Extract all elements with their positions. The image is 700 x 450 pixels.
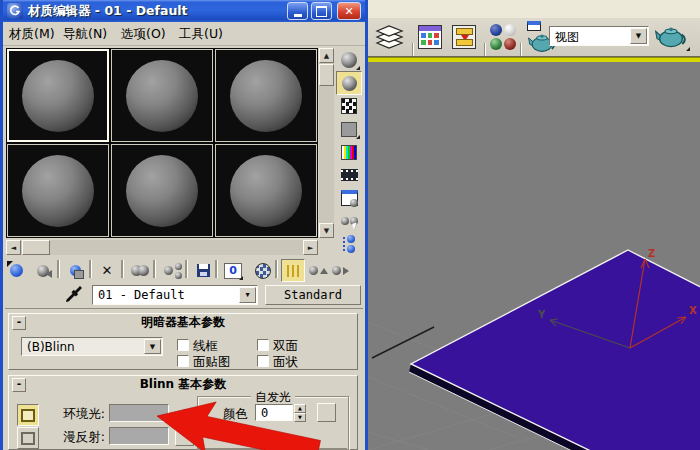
- menu-navigation[interactable]: 导航(N): [63, 26, 107, 43]
- put-material-to-scene-button[interactable]: [31, 259, 55, 282]
- scroll-left-button[interactable]: ◄: [6, 240, 21, 255]
- two-sided-label: 双面: [273, 338, 298, 355]
- scroll-down-button[interactable]: ▼: [319, 223, 334, 238]
- diffuse-color-swatch[interactable]: [109, 427, 169, 445]
- self-illum-value-field[interactable]: 0: [255, 404, 293, 421]
- maximize-icon: [316, 6, 327, 17]
- lock-diffuse-specular-button[interactable]: [17, 427, 39, 449]
- material-sphere: [230, 60, 302, 132]
- collapse-button[interactable]: -: [12, 378, 26, 392]
- toolbar-separator: [185, 260, 188, 278]
- material-sphere: [126, 155, 198, 227]
- sample-slot-5[interactable]: [111, 144, 213, 237]
- make-unique-button[interactable]: [161, 259, 185, 282]
- self-illum-map-button[interactable]: [317, 403, 336, 422]
- material-id-channel-button[interactable]: 0: [221, 259, 245, 282]
- sample-slot-2[interactable]: [111, 49, 213, 142]
- video-color-check-button[interactable]: [336, 140, 362, 164]
- material-map-navigator-button[interactable]: [336, 232, 362, 256]
- self-illum-value: 0: [261, 406, 268, 420]
- chevron-down-icon[interactable]: ▼: [144, 339, 161, 354]
- show-map-in-viewport-button[interactable]: [251, 259, 275, 282]
- menu-utilities[interactable]: 工具(U): [179, 26, 223, 43]
- title-bar[interactable]: 材质编辑器 - 01 - Default ✕: [3, 0, 365, 22]
- lock-icon: [21, 432, 35, 445]
- main-toolbar: 视图 ▼: [368, 18, 700, 56]
- make-material-copy-button[interactable]: [128, 259, 152, 282]
- two-sided-checkbox[interactable]: [257, 339, 269, 351]
- self-illum-spinner[interactable]: ▲ ▼: [294, 404, 306, 421]
- maximize-button[interactable]: [311, 2, 332, 20]
- reset-map-button[interactable]: ✕: [95, 259, 119, 282]
- sample-uv-tiling-button[interactable]: [336, 117, 362, 141]
- render-view-dropdown[interactable]: 视图 ▼: [549, 26, 649, 46]
- chevron-down-icon[interactable]: ▼: [239, 287, 256, 303]
- assign-material-to-selection-button[interactable]: [63, 259, 87, 282]
- sample-type-button[interactable]: [336, 48, 362, 72]
- blinn-rollout-header[interactable]: Blinn 基本参数: [9, 376, 357, 392]
- render-view-dropdown-value: 视图: [555, 29, 579, 46]
- schematic-view-icon[interactable]: [452, 25, 476, 49]
- material-name-dropdown[interactable]: 01 - Default ▼: [92, 285, 258, 305]
- go-forward-to-sibling-button[interactable]: [328, 259, 352, 282]
- backlight-button[interactable]: [336, 71, 362, 95]
- background-button[interactable]: [336, 94, 362, 118]
- menu-material[interactable]: 材质(M): [9, 26, 55, 43]
- spinner-up-icon[interactable]: ▲: [294, 404, 306, 413]
- shader-type-dropdown[interactable]: (B)Blinn ▼: [21, 337, 163, 356]
- material-editor-icon[interactable]: [490, 24, 516, 50]
- sample-hscrollbar[interactable]: ◄ ►: [6, 240, 318, 255]
- make-preview-button[interactable]: [336, 163, 362, 187]
- minimize-button[interactable]: [287, 2, 308, 20]
- material-editor-window: 材质编辑器 - 01 - Default ✕ 材质(M) 导航(N) 选项(O)…: [0, 0, 368, 450]
- show-end-result-button[interactable]: [281, 259, 305, 282]
- perspective-viewport[interactable]: Y X Z: [368, 62, 700, 450]
- flyout-indicator: [686, 47, 690, 51]
- sample-slot-grid: [6, 48, 318, 238]
- options-button[interactable]: [336, 186, 362, 210]
- lock-ambient-diffuse-button[interactable]: [17, 404, 39, 426]
- shader-rollout-header[interactable]: 明暗器基本参数: [9, 314, 357, 330]
- collapse-button[interactable]: -: [12, 316, 26, 330]
- faceted-label: 面状: [273, 354, 298, 371]
- get-material-button[interactable]: [4, 259, 28, 282]
- sample-vscrollbar[interactable]: ▲ ▼: [319, 48, 334, 238]
- vscroll-thumb[interactable]: [319, 64, 334, 86]
- scroll-up-button[interactable]: ▲: [319, 48, 334, 63]
- minimize-icon: [294, 14, 302, 17]
- shader-type-value: (B)Blinn: [27, 340, 75, 354]
- select-by-material-button[interactable]: [336, 209, 362, 233]
- flyout-indicator: [356, 66, 360, 70]
- pick-material-eyedropper[interactable]: [65, 285, 83, 305]
- ambient-color-swatch[interactable]: [109, 404, 169, 422]
- main-window-strip: [368, 0, 700, 18]
- chevron-down-icon[interactable]: ▼: [630, 28, 647, 44]
- sample-slot-3[interactable]: [215, 49, 317, 142]
- hscroll-thumb[interactable]: [22, 240, 50, 255]
- curve-editor-icon[interactable]: [418, 25, 442, 49]
- spinner-down-icon[interactable]: ▼: [294, 413, 306, 422]
- sample-slot-4[interactable]: [7, 144, 109, 237]
- sample-slot-1-selected[interactable]: [7, 49, 109, 142]
- axis-label-y: Y: [537, 309, 546, 320]
- material-type-button[interactable]: Standard: [265, 285, 361, 305]
- faceted-checkbox[interactable]: [257, 355, 269, 367]
- scroll-right-button[interactable]: ►: [303, 240, 318, 255]
- sample-slot-6[interactable]: [215, 144, 317, 237]
- quick-render-icon[interactable]: [655, 24, 691, 52]
- close-button[interactable]: ✕: [337, 2, 361, 20]
- face-map-checkbox[interactable]: [177, 355, 189, 367]
- put-to-library-button[interactable]: [191, 259, 215, 282]
- ambient-diffuse-lock-icon[interactable]: [179, 409, 193, 426]
- diffuse-map-button[interactable]: [175, 427, 194, 446]
- material-sphere: [126, 60, 198, 132]
- lock-icon: [21, 409, 35, 422]
- material-sphere: [230, 155, 302, 227]
- menu-options[interactable]: 选项(O): [121, 26, 166, 43]
- app-icon: [7, 3, 23, 19]
- shader-basic-rollout: 明暗器基本参数 - (B)Blinn ▼ 线框 双面 面贴图 面状: [8, 313, 358, 370]
- wireframe-checkbox[interactable]: [177, 339, 189, 351]
- toolbar-separator: [215, 260, 218, 278]
- layer-manager-icon[interactable]: [374, 24, 406, 51]
- go-to-parent-button[interactable]: [306, 259, 330, 282]
